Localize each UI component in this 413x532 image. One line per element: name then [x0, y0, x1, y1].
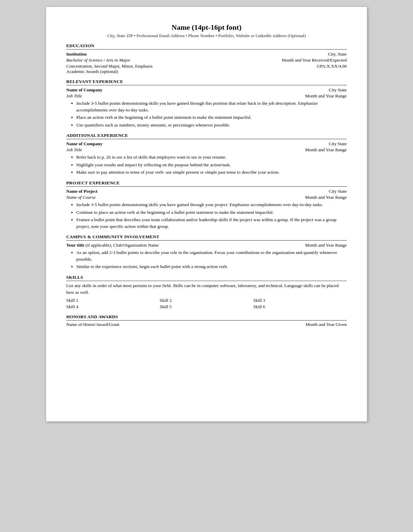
- institution-right: City, State: [328, 51, 347, 57]
- skill-2: Skill 2: [160, 298, 253, 303]
- relevant-job-title: Job Title: [66, 93, 82, 98]
- skills-section: SKILLS List any skills in order of what …: [66, 275, 347, 310]
- degree-text: Bachelor of Science / Arts in Major: [66, 58, 131, 63]
- institution-name: Institution: [66, 52, 87, 57]
- skill-5: Skill 5: [160, 304, 253, 309]
- relevant-bullets: Include 3-5 bullet points demonstrating …: [76, 100, 347, 128]
- your-title-bold: Your title: [66, 243, 84, 248]
- academic-awards: Academic Awards (optional): [66, 69, 347, 74]
- relevant-experience-section: RELEVANT EXPERIENCE Name of Company City…: [66, 79, 347, 128]
- list-item: Include 3-5 bullet points demonstrating …: [76, 100, 347, 113]
- honors-heading: HONORS AND AWARDS: [66, 314, 347, 321]
- resume-header: Name (14pt-16pt font) City, State ZIP • …: [66, 23, 347, 38]
- relevant-company-name: Name of Company: [66, 87, 102, 92]
- relevant-company-left: Name of Company: [66, 87, 323, 93]
- skills-grid: Skill 1 Skill 2 Skill 3 Skill 4 Skill 5 …: [66, 298, 347, 309]
- education-concentration-row: Concentration, Second Major, Minor, Emph…: [66, 63, 347, 69]
- institution-city-state: City, State: [328, 52, 347, 57]
- degree-right: Month and Year Received/Expected: [282, 57, 347, 63]
- honor-month-year: Month and Year Given: [306, 322, 347, 327]
- your-title-rest: (if applicable), Club/Organization Name: [84, 243, 159, 248]
- skill-4: Skill 4: [66, 304, 160, 309]
- project-name-left: Name of Project: [66, 188, 323, 194]
- concentration-left: Concentration, Second Major, Minor, Emph…: [66, 63, 311, 69]
- education-institution-row: Institution City, State: [66, 51, 347, 57]
- list-item: Place an action verb at the beginning of…: [76, 114, 347, 121]
- list-item: Highlight your results and impact by ref…: [76, 162, 347, 168]
- additional-bullets: Refer back to p. 26 to see a list of ski…: [76, 154, 347, 176]
- project-experience-section: PROJECT EXPERIENCE Name of Project City …: [66, 180, 347, 230]
- additional-company-row: Name of Company City State: [66, 141, 347, 147]
- skill-1: Skill 1: [66, 298, 160, 303]
- campus-bullets: As an option, add 2-3 bullet points to d…: [76, 249, 347, 270]
- project-course-left: Name of Course: [66, 194, 300, 200]
- additional-company-left: Name of Company: [66, 141, 323, 147]
- additional-job-title: Job Title: [66, 147, 82, 152]
- additional-job-row: Job Title Month and Year Range: [66, 147, 347, 153]
- honor-name: Name of Honor/Award/Grant: [66, 322, 119, 327]
- resume-page: Name (14pt-16pt font) City, State ZIP • …: [46, 7, 367, 422]
- relevant-job-right: Month and Year Range: [305, 93, 347, 99]
- list-item: Similar to the experience sections, begi…: [76, 263, 347, 270]
- campus-involvement-heading: CAMPUS & COMMUNITY INVOLVEMENT: [66, 234, 347, 241]
- list-item: Include 3-5 bullet points demonstrating …: [76, 201, 347, 208]
- education-section: EDUCATION Institution City, State Bachel…: [66, 43, 347, 74]
- relevant-job-row: Job Title Month and Year Range: [66, 93, 347, 99]
- concentration-text: Concentration, Second Major, Minor, Emph…: [66, 64, 153, 69]
- additional-month-year: Month and Year Range: [305, 147, 347, 152]
- list-item: Feature a bullet point that describes yo…: [76, 216, 347, 230]
- list-item: Make sure to pay attention to tense of y…: [76, 169, 347, 176]
- additional-company-name: Name of Company: [66, 141, 102, 146]
- additional-job-right: Month and Year Range: [305, 147, 347, 153]
- additional-experience-heading: ADDITIONAL EXPERIENCE: [66, 133, 347, 139]
- education-heading: EDUCATION: [66, 43, 347, 50]
- skill-3: Skill 3: [253, 298, 347, 303]
- campus-month-year: Month and Year Range: [305, 243, 347, 248]
- relevant-company-row: Name of Company City State: [66, 87, 347, 93]
- additional-job-left: Job Title: [66, 147, 300, 153]
- list-item: Use quantifiers such as numbers, money a…: [76, 122, 347, 128]
- additional-company-right: City State: [329, 141, 347, 147]
- project-course-name: Name of Course: [66, 195, 96, 200]
- project-bullets: Include 3-5 bullet points demonstrating …: [76, 201, 347, 230]
- project-experience-heading: PROJECT EXPERIENCE: [66, 180, 347, 187]
- additional-city-state: City State: [329, 141, 347, 146]
- campus-involvement-section: CAMPUS & COMMUNITY INVOLVEMENT Your titl…: [66, 234, 347, 270]
- list-item: Refer back to p. 26 to see a list of ski…: [76, 154, 347, 161]
- campus-title-left: Your title (if applicable), Club/Organiz…: [66, 242, 300, 248]
- relevant-job-left: Job Title: [66, 93, 300, 99]
- name-title: Name (14pt-16pt font): [66, 23, 347, 32]
- additional-experience-section: ADDITIONAL EXPERIENCE Name of Company Ci…: [66, 133, 347, 176]
- relevant-month-year: Month and Year Range: [305, 93, 347, 98]
- list-item: Continue to place an action verb at the …: [76, 209, 347, 216]
- project-city-state: City State: [329, 189, 347, 194]
- relevant-company-right: City State: [329, 87, 347, 93]
- project-name: Name of Project: [66, 189, 97, 194]
- education-degree-row: Bachelor of Science / Arts in Major Mont…: [66, 57, 347, 63]
- campus-title-right: Month and Year Range: [305, 242, 347, 248]
- skill-6: Skill 6: [253, 304, 347, 309]
- honors-section: HONORS AND AWARDS Name of Honor/Award/Gr…: [66, 314, 347, 327]
- project-course-row: Name of Course Month and Year Range: [66, 194, 347, 200]
- month-year-received: Month and Year Received/Expected: [282, 58, 347, 63]
- project-course-right: Month and Year Range: [305, 194, 347, 200]
- project-name-row: Name of Project City State: [66, 188, 347, 194]
- degree-left: Bachelor of Science / Arts in Major: [66, 57, 276, 63]
- skills-description: List any skills in order of what most pe…: [66, 282, 347, 296]
- honor-row: Name of Honor/Award/Grant Month and Year…: [66, 322, 347, 327]
- project-month-year: Month and Year Range: [305, 195, 347, 200]
- relevant-city-state: City State: [329, 87, 347, 92]
- project-name-right: City State: [329, 188, 347, 194]
- relevant-experience-heading: RELEVANT EXPERIENCE: [66, 79, 347, 85]
- gpa-text: GPA:X.XX/4.00: [317, 64, 347, 69]
- campus-title-row: Your title (if applicable), Club/Organiz…: [66, 242, 347, 248]
- gpa-right: GPA:X.XX/4.00: [317, 63, 347, 69]
- contact-info: City, State ZIP • Professional Email Add…: [66, 33, 347, 38]
- list-item: As an option, add 2-3 bullet points to d…: [76, 249, 347, 262]
- institution-left: Institution: [66, 51, 323, 57]
- skills-heading: SKILLS: [66, 275, 347, 281]
